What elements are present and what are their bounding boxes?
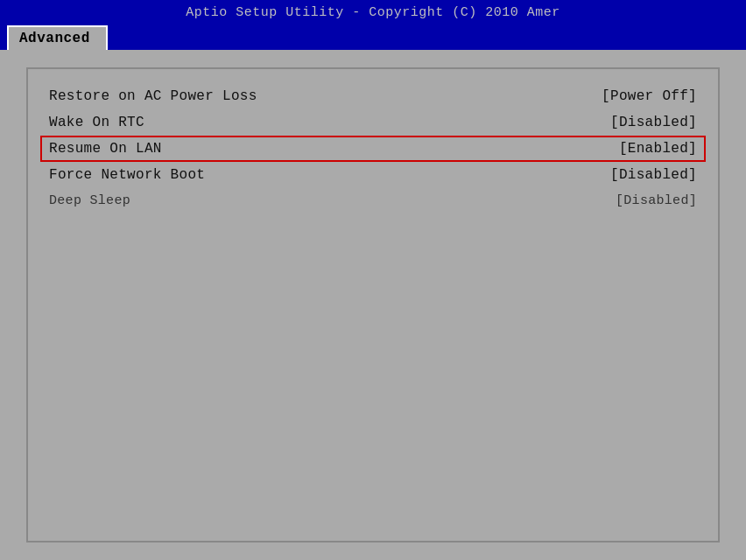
setting-label-restore-ac-power: Restore on AC Power Loss xyxy=(49,88,257,104)
setting-label-deep-sleep: Deep Sleep xyxy=(49,193,130,208)
setting-value-force-network-boot: [Disabled] xyxy=(610,167,697,183)
setting-label-force-network-boot: Force Network Boot xyxy=(49,167,205,183)
tab-bar: Advanced xyxy=(0,25,746,50)
setting-label-resume-on-lan: Resume On LAN xyxy=(49,141,162,157)
setting-row-force-network-boot[interactable]: Force Network Boot[Disabled] xyxy=(46,162,700,188)
setting-row-restore-ac-power[interactable]: Restore on AC Power Loss[Power Off] xyxy=(46,83,700,109)
setting-value-wake-on-rtc: [Disabled] xyxy=(610,115,697,130)
main-content: Restore on AC Power Loss[Power Off]Wake … xyxy=(0,50,746,560)
content-box: Restore on AC Power Loss[Power Off]Wake … xyxy=(26,67,720,542)
setting-row-wake-on-rtc[interactable]: Wake On RTC[Disabled] xyxy=(46,109,700,136)
tab-advanced[interactable]: Advanced xyxy=(7,25,108,50)
title-bar: Aptio Setup Utility - Copyright (C) 2010… xyxy=(0,0,746,25)
setting-label-wake-on-rtc: Wake On RTC xyxy=(49,115,144,130)
setting-value-resume-on-lan: [Enabled] xyxy=(619,141,697,157)
setting-value-restore-ac-power: [Power Off] xyxy=(602,88,697,104)
setting-value-deep-sleep: [Disabled] xyxy=(616,193,697,208)
setting-row-deep-sleep[interactable]: Deep Sleep[Disabled] xyxy=(46,188,700,214)
setting-row-resume-on-lan[interactable]: Resume On LAN[Enabled] xyxy=(46,136,700,162)
